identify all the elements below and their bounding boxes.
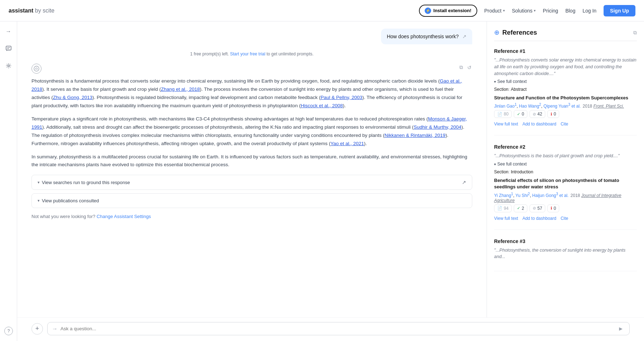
start-free-trial-link[interactable]: Start your free trial [230, 51, 265, 56]
new-chat-button[interactable]: + [31, 323, 43, 335]
citation-yao-2021[interactable]: Yao et al., 2021 [331, 141, 364, 146]
ref-1-title: Structure and Function of the Photosyste… [494, 95, 637, 101]
change-settings-link[interactable]: Change Assistant Settings [97, 214, 151, 219]
product-label: Product [484, 8, 502, 14]
solutions-nav-item[interactable]: Solutions ▾ [512, 8, 536, 14]
copy-response-button[interactable]: ⧉ [459, 64, 464, 71]
settings-sidebar-icon[interactable] [3, 60, 14, 71]
references-title: References [502, 29, 630, 36]
ref-2-section-label: Section [494, 169, 508, 174]
ref-1-author-3[interactable]: Qipeng Yuan3 [543, 104, 570, 109]
free-prompt-notice: 1 free prompt(s) left. Start your free t… [31, 51, 472, 56]
ref-2-total-count: 94 [504, 206, 508, 211]
external-link-icon: ↗ [462, 179, 466, 185]
ref-2-cite[interactable]: Cite [561, 216, 568, 221]
view-publications-label: View publications consulted [42, 198, 99, 203]
pricing-nav-item[interactable]: Pricing [543, 8, 558, 14]
ref-2-view-full-text[interactable]: View full text [494, 216, 518, 221]
brand-text: assistant [9, 8, 33, 14]
response-paragraph-1: Photosynthesis is a fundamental process … [31, 77, 472, 110]
view-searches-section[interactable]: ▾ View searches run to ground this respo… [31, 175, 472, 190]
response-paragraph-3: In summary, photosynthesis is a multifac… [31, 153, 472, 169]
ref-1-see-full-context[interactable]: ▾ See full context [494, 79, 637, 84]
ref-2-contrasting-icon: ℹ [551, 206, 552, 211]
ref-1-author-2[interactable]: Hao Wang2 [519, 104, 541, 109]
install-extension-button[interactable]: ⚡ Install extension! [419, 5, 477, 17]
ref-1-total-icon: 📄 [497, 112, 502, 117]
citation-zhu-gong-2013[interactable]: Zhu & Gong, 2013 [53, 95, 92, 100]
ref-1-section-value: Abstract [511, 87, 527, 92]
input-bar: + → ► [17, 317, 644, 341]
regenerate-response-button[interactable]: ↺ [467, 64, 472, 71]
not-found-text: Not what you were looking for? [31, 214, 95, 219]
chat-input[interactable] [60, 322, 616, 335]
response-text: Photosynthesis is a fundamental process … [31, 77, 472, 169]
product-chevron-icon: ▾ [503, 9, 505, 13]
expand-question-icon[interactable]: ↗ [462, 34, 467, 39]
ref-2-author-1[interactable]: Yi Zhang1 [494, 193, 513, 198]
free-prompt-suffix: to get unlimited prompts. [267, 51, 313, 56]
ref-2-title: Beneficial effects of silicon on photosy… [494, 177, 637, 190]
svg-rect-0 [6, 46, 11, 50]
ref-2-supporting-icon: ✓ [517, 206, 520, 211]
extension-icon: ⚡ [425, 8, 431, 14]
ref-1-mentioning-icon: ⊘ [533, 112, 536, 117]
ref-1-cite[interactable]: Cite [561, 122, 568, 127]
ref-3-quote: "...Photosynthesis, the conversion of su… [494, 247, 637, 261]
svg-point-6 [37, 69, 37, 69]
send-button[interactable]: ► [616, 324, 625, 333]
ref-1-badge-mentioning: ⊘ 42 [530, 110, 545, 118]
ref-2-see-full-context[interactable]: ▾ See full context [494, 162, 637, 167]
ref-1-view-full-text[interactable]: View full text [494, 122, 518, 127]
view-publications-left: ▾ View publications consulted [38, 198, 99, 203]
sidebar-toggle-icon[interactable]: → [3, 26, 14, 37]
ref-1-authors: Jinlan Gao1, Hao Wang2, Qipeng Yuan3 et … [494, 103, 637, 109]
citation-monson-1991[interactable]: Monson & Jaeger, 1991 [31, 116, 467, 130]
citation-gao-2018[interactable]: Gao et al., 2018 [31, 78, 462, 92]
ref-2-author-2[interactable]: Yu Shi2 [516, 193, 530, 198]
ref-1-supporting-icon: ✓ [517, 112, 520, 117]
citation-zhang-2018[interactable]: Zhang et al., 2018 [161, 87, 200, 92]
user-question-text: How does photosynthesis work? [387, 34, 459, 39]
ref-2-number: Reference #2 [494, 144, 637, 150]
reference-card-3: Reference #3 "...Photosynthesis, the con… [494, 238, 637, 272]
ref-1-badges: 📄 80 ✓ 0 ⊘ 42 ℹ 0 [494, 110, 637, 118]
login-button[interactable]: Log In [582, 8, 596, 14]
publications-chevron-icon: ▾ [38, 198, 40, 203]
citation-hiscock-2008[interactable]: Hiscock et al., 2008 [301, 103, 343, 108]
signup-button[interactable]: Sign Up [604, 5, 635, 16]
ref-1-badge-contrasting: ℹ 0 [547, 110, 559, 118]
main-content: How does photosynthesis work? ↗ 1 free p… [17, 21, 487, 341]
svg-point-5 [36, 69, 36, 69]
ref-1-number: Reference #1 [494, 48, 637, 54]
ref-2-author-3[interactable]: Haijun Gong3 [532, 193, 558, 198]
ref-1-author-1[interactable]: Jinlan Gao1 [494, 104, 517, 109]
ref-2-mentioning-count: 57 [537, 206, 542, 211]
left-sidebar: → [0, 21, 17, 341]
view-publications-section[interactable]: ▾ View publications consulted [31, 193, 472, 208]
ref-2-total-icon: 📄 [497, 206, 502, 211]
ref-2-add-to-dashboard[interactable]: Add to dashboard [522, 216, 556, 221]
ref-1-total-count: 80 [504, 112, 508, 117]
help-button[interactable]: ? [4, 327, 13, 335]
citation-sudhir-2004[interactable]: Sudhir & Murthy, 2004 [414, 124, 461, 130]
new-chat-sidebar-icon[interactable] [3, 43, 14, 54]
user-question-bubble: How does photosynthesis work? ↗ [381, 29, 472, 44]
user-question-wrap: How does photosynthesis work? ↗ [31, 29, 472, 44]
ai-actions: ⧉ ↺ [459, 64, 472, 71]
ref-2-badge-total: 📄 94 [494, 204, 512, 212]
ref-2-badge-contrasting: ℹ 0 [547, 204, 559, 212]
product-nav-item[interactable]: Product ▾ [484, 8, 505, 14]
ref-1-actions: View full text Add to dashboard Cite [494, 122, 637, 127]
reference-card-1: Reference #1 "...Photosynthesis converts… [494, 48, 637, 135]
svg-point-4 [34, 66, 39, 71]
citation-nikkanen-2019[interactable]: Nikkanen & Rintamäki, 2019 [385, 133, 445, 138]
copy-references-icon[interactable]: ⧉ [633, 30, 637, 36]
ref-1-add-to-dashboard[interactable]: Add to dashboard [522, 122, 556, 127]
references-header: ⊕ References ⧉ [494, 29, 637, 41]
ref-1-journal[interactable]: Front. Plant Sci. [594, 104, 624, 109]
blog-nav-item[interactable]: Blog [565, 8, 575, 14]
citation-paul-pellny-2003[interactable]: Paul & Pellny, 2003 [321, 95, 362, 100]
ref-1-section: Section: Abstract [494, 87, 637, 92]
navbar: assistant by scite ⚡ Install extension! … [0, 0, 644, 21]
